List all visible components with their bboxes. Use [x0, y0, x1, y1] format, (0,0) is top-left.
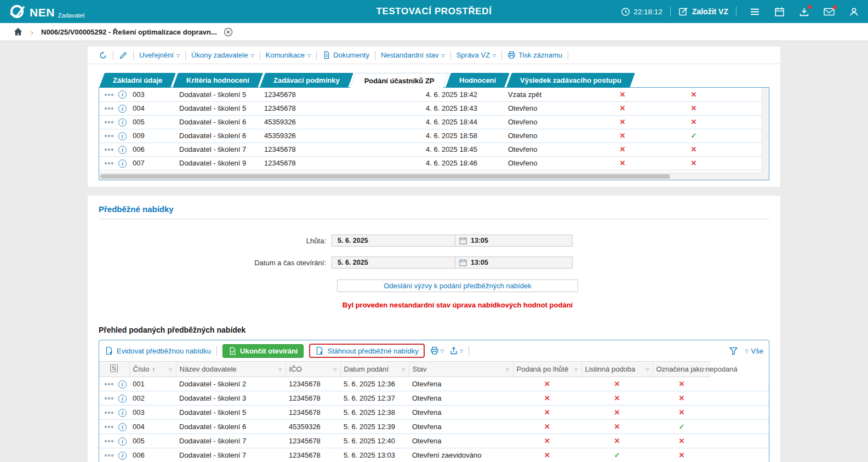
table-row[interactable]: i006Dodavatel - školení 7123456785. 6. 2… [99, 448, 769, 462]
row-menu-icon[interactable] [105, 135, 113, 137]
tab-hodnoceni[interactable]: Hodnocení [446, 73, 510, 88]
tab-vysledek-zadavaciho-postupu[interactable]: Výsledek zadávacího postupu [506, 73, 635, 88]
finish-opening-button[interactable]: Ukončit otevírání [222, 344, 304, 358]
info-icon[interactable]: i [118, 105, 127, 113]
filter-triangle-icon[interactable]: ▽ [574, 367, 578, 372]
filter-triangle-icon[interactable]: ▽ [646, 367, 649, 372]
cross-mark-icon: ✕ [513, 406, 581, 420]
info-icon[interactable]: i [118, 380, 127, 389]
menu-tisk-zaznamu[interactable]: Tisk záznamu [507, 51, 562, 59]
breadcrumb-item[interactable]: N006/25/V00005292 - Řešení optimalizace … [41, 27, 233, 37]
calendar-button[interactable] [774, 7, 785, 17]
info-icon[interactable]: i [118, 132, 127, 140]
header-cislo[interactable]: Číslo↑▽ [129, 362, 176, 377]
send-invitation-button[interactable]: Odeslání výzvy k podání předběžných nabí… [337, 280, 578, 292]
tab-podani-ucastniku-zp[interactable]: Podání účastníků ZP [350, 73, 449, 88]
nen-logo[interactable]: NEN Zadavatel [9, 3, 84, 20]
scrollbar-thumb[interactable] [100, 174, 670, 179]
tab-kriteria-hodnoceni[interactable]: Kritéria hodnocení [173, 73, 263, 88]
info-icon[interactable]: i [118, 409, 127, 417]
row-menu-icon[interactable] [105, 454, 113, 457]
row-menu-icon[interactable] [105, 149, 113, 151]
info-icon[interactable]: i [118, 423, 127, 431]
row-menu-icon[interactable] [105, 397, 113, 400]
table-row[interactable]: i009Dodavatel - školení 6453593264. 6. 2… [99, 129, 762, 142]
table-row[interactable]: i003Dodavatel - školení 5123456784. 6. 2… [99, 88, 762, 101]
header-oznacena-jako-nepodana[interactable]: Označena jako nepodaná▽ [653, 362, 711, 377]
table-row[interactable]: i005Dodavatel - školení 7123456785. 6. 2… [99, 434, 769, 448]
export-button[interactable]: ▽ [449, 346, 463, 355]
table-row[interactable]: i002Dodavatel - školení 3123456785. 6. 2… [99, 391, 769, 406]
print-button[interactable]: ▽ [430, 346, 444, 355]
tab-zakladni-udaje[interactable]: Základní údaje [99, 73, 176, 88]
record-offer-button[interactable]: Evidovat předběžnou nabídku [105, 346, 211, 355]
deadline-time-input[interactable]: 13:05 [455, 235, 573, 247]
close-icon[interactable] [224, 27, 233, 37]
info-icon[interactable]: i [118, 452, 127, 460]
filter-triangle-icon[interactable]: ▽ [278, 367, 282, 372]
download-offers-button[interactable]: Stáhnout předběžné nabídky [315, 346, 418, 355]
info-icon[interactable]: i [118, 90, 127, 99]
cell-stav: Otevřena [409, 434, 513, 448]
cell-nazev: Dodavatel - školení 7 [176, 434, 285, 448]
header-nazev-dodavatele[interactable]: Název dodavatele▽ [176, 362, 285, 377]
history-back-button[interactable] [99, 51, 107, 60]
opening-time-input[interactable]: 13:05 [455, 256, 573, 269]
header-ico[interactable]: IČO▽ [285, 362, 340, 377]
header-listinna-podoba[interactable]: Listinná podoba▽ [581, 362, 653, 377]
row-menu-icon[interactable] [105, 107, 113, 110]
opening-date-input[interactable]: 5. 6. 2025 [332, 256, 455, 269]
edit-pencil-button[interactable] [119, 51, 128, 60]
table-row[interactable]: i004Dodavatel - školení 6453593265. 6. 2… [99, 420, 769, 434]
row-menu-icon[interactable] [105, 94, 113, 96]
info-icon[interactable]: i [118, 395, 127, 403]
row-menu-icon[interactable] [105, 426, 113, 428]
table-row[interactable]: i006Dodavatel - školení 7123456784. 6. 2… [99, 142, 762, 156]
info-icon[interactable]: i [118, 118, 127, 127]
row-menu-icon[interactable] [105, 162, 113, 164]
table-row[interactable]: i003Dodavatel - školení 5123456785. 6. 2… [99, 406, 769, 420]
table-row[interactable]: i001Dodavatel - školení 2123456785. 6. 2… [99, 377, 769, 391]
filter-triangle-icon[interactable]: ▽ [333, 367, 336, 372]
header-datum-podani[interactable]: Datum podání▽ [340, 362, 409, 377]
downloads-button[interactable] [799, 7, 809, 17]
info-icon[interactable]: i [118, 159, 127, 168]
filter-all-button[interactable]: ▽ Vše [745, 347, 763, 355]
menu-button[interactable] [750, 7, 760, 17]
deadline-date-input[interactable]: 5. 6. 2025 [332, 235, 455, 247]
menu-uverejneni[interactable]: Uveřejnění▽ [139, 51, 180, 59]
row-menu-icon[interactable] [105, 383, 113, 385]
tab-zadavaci-podminky[interactable]: Zadávací podmínky [260, 73, 353, 88]
horizontal-scrollbar[interactable] [99, 173, 762, 180]
filter-triangle-icon[interactable]: ▽ [169, 367, 172, 372]
row-menu-icon[interactable] [105, 440, 113, 442]
info-icon[interactable]: i [118, 146, 127, 154]
table-row[interactable]: i004Dodavatel - školení 5123456784. 6. 2… [99, 101, 762, 115]
spacer-cell [711, 406, 769, 420]
info-icon[interactable]: i [118, 437, 127, 446]
menu-nestandardni-stav[interactable]: Nestandardní stav▽ [381, 51, 445, 59]
menu-ukony-zadavatele[interactable]: Úkony zadavatele▽ [191, 51, 254, 59]
table-row[interactable]: i007Dodavatel - školení 9123456784. 6. 2… [99, 156, 762, 170]
header-stav[interactable]: Stav▽ [409, 362, 513, 377]
column-settings-icon[interactable] [110, 364, 118, 373]
cross-mark-icon: ✕ [513, 391, 581, 406]
filter-triangle-icon[interactable]: ▽ [704, 367, 707, 372]
filter-triangle-icon[interactable]: ▽ [506, 367, 509, 372]
menu-sprava-vz[interactable]: Správa VZ▽ [456, 51, 496, 59]
header-podana-po-lhute[interactable]: Podaná po lhůtě▽ [513, 362, 581, 377]
menu-dokumenty[interactable]: Dokumenty [322, 51, 369, 59]
table-row[interactable]: i005Dodavatel - školení 6453593264. 6. 2… [99, 115, 762, 129]
header-settings-cell [99, 362, 129, 377]
vertical-scrollbar[interactable] [762, 88, 769, 173]
filter-button[interactable] [729, 346, 738, 356]
row-menu-icon[interactable] [105, 121, 113, 123]
messages-button[interactable] [824, 7, 835, 16]
menu-komunikace[interactable]: Komunikace▽ [266, 51, 311, 59]
filter-triangle-icon[interactable]: ▽ [402, 367, 405, 372]
create-vz-button[interactable]: Založit VZ [678, 7, 728, 16]
home-icon[interactable] [13, 27, 23, 37]
cross-mark-icon: ✕ [653, 448, 711, 462]
profile-button[interactable] [849, 7, 859, 17]
row-menu-icon[interactable] [105, 412, 113, 414]
